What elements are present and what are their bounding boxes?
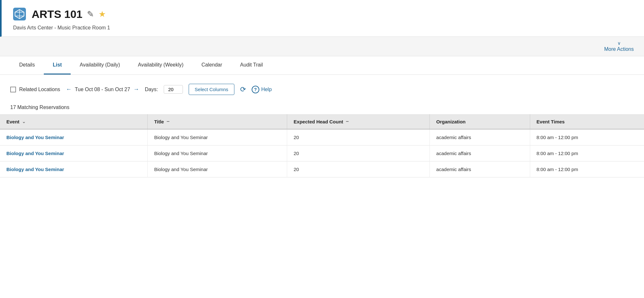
- remove-headcount-icon[interactable]: −: [346, 119, 349, 124]
- cube-icon: [12, 6, 27, 22]
- organization-cell: academic affairs: [430, 129, 530, 145]
- help-circle-icon: ?: [252, 86, 259, 93]
- tab-calendar[interactable]: Calendar: [192, 56, 231, 74]
- head-count-cell: 20: [287, 145, 430, 161]
- tab-availability-weekly[interactable]: Availability (Weekly): [129, 56, 192, 74]
- title-cell: Biology and You Seminar: [148, 161, 287, 177]
- tab-audit-trail[interactable]: Audit Trail: [231, 56, 272, 74]
- column-event[interactable]: Event ⌄: [0, 114, 148, 129]
- select-columns-button[interactable]: Select Columns: [189, 84, 234, 95]
- prev-date-button[interactable]: ←: [66, 86, 72, 93]
- header-section: ARTS 101 ✎ ★ Davis Arts Center - Music P…: [0, 0, 644, 37]
- tab-list[interactable]: List: [44, 56, 71, 74]
- table-row: Biology and You SeminarBiology and You S…: [0, 145, 644, 161]
- column-head-count[interactable]: Expected Head Count −: [287, 114, 430, 129]
- chevron-down-icon: ∨: [617, 41, 621, 46]
- more-actions-bar: ∨ More Actions: [0, 37, 644, 56]
- title-cell: Biology and You Seminar: [148, 145, 287, 161]
- related-locations-group: Related Locations: [10, 87, 60, 92]
- next-date-button[interactable]: →: [133, 86, 139, 93]
- more-actions-label: More Actions: [604, 46, 634, 52]
- tab-details[interactable]: Details: [10, 56, 44, 74]
- event-link-cell[interactable]: Biology and You Seminar: [0, 129, 148, 145]
- location-subtitle: Davis Arts Center - Music Practice Room …: [13, 25, 110, 31]
- edit-icon[interactable]: ✎: [87, 9, 94, 19]
- sort-icon: ⌄: [22, 119, 26, 124]
- table-header-row: Event ⌄ Title − Expected Head Count: [0, 114, 644, 129]
- related-locations-checkbox[interactable]: [10, 87, 16, 92]
- page-wrapper: ARTS 101 ✎ ★ Davis Arts Center - Music P…: [0, 0, 644, 298]
- date-range-display: Tue Oct 08 - Sun Oct 27: [75, 87, 130, 92]
- event-times-cell: 8:00 am - 12:00 pm: [530, 145, 644, 161]
- remove-title-icon[interactable]: −: [167, 119, 169, 124]
- tab-availability-daily[interactable]: Availability (Daily): [71, 56, 129, 74]
- reservations-table: Event ⌄ Title − Expected Head Count: [0, 114, 644, 177]
- column-event-times: Event Times: [530, 114, 644, 129]
- more-actions-button[interactable]: ∨ More Actions: [604, 41, 634, 52]
- organization-cell: academic affairs: [430, 161, 530, 177]
- table-wrapper: Event ⌄ Title − Expected Head Count: [0, 114, 644, 177]
- event-link-cell[interactable]: Biology and You Seminar: [0, 161, 148, 177]
- page-title: ARTS 101: [32, 8, 82, 20]
- days-label: Days:: [145, 87, 158, 92]
- organization-cell: academic affairs: [430, 145, 530, 161]
- event-times-cell: 8:00 am - 12:00 pm: [530, 161, 644, 177]
- related-locations-label: Related Locations: [19, 87, 60, 92]
- header-top: ARTS 101 ✎ ★: [12, 6, 106, 22]
- table-row: Biology and You SeminarBiology and You S…: [0, 161, 644, 177]
- days-input[interactable]: [164, 85, 183, 94]
- toolbar-section: Related Locations ← Tue Oct 08 - Sun Oct…: [0, 75, 644, 101]
- head-count-cell: 20: [287, 129, 430, 145]
- event-times-cell: 8:00 am - 12:00 pm: [530, 129, 644, 145]
- event-link-cell[interactable]: Biology and You Seminar: [0, 145, 148, 161]
- table-row: Biology and You SeminarBiology and You S…: [0, 129, 644, 145]
- favorite-icon[interactable]: ★: [98, 9, 106, 19]
- reservations-count: 17 Matching Reservations: [0, 101, 644, 114]
- help-button[interactable]: ? Help: [252, 86, 272, 93]
- head-count-cell: 20: [287, 161, 430, 177]
- tabs-section: Details List Availability (Daily) Availa…: [0, 56, 644, 75]
- column-organization: Organization: [430, 114, 530, 129]
- help-label: Help: [261, 87, 272, 92]
- refresh-button[interactable]: ⟳: [240, 85, 246, 94]
- title-cell: Biology and You Seminar: [148, 129, 287, 145]
- column-title[interactable]: Title −: [148, 114, 287, 129]
- date-navigation: ← Tue Oct 08 - Sun Oct 27 →: [66, 86, 139, 93]
